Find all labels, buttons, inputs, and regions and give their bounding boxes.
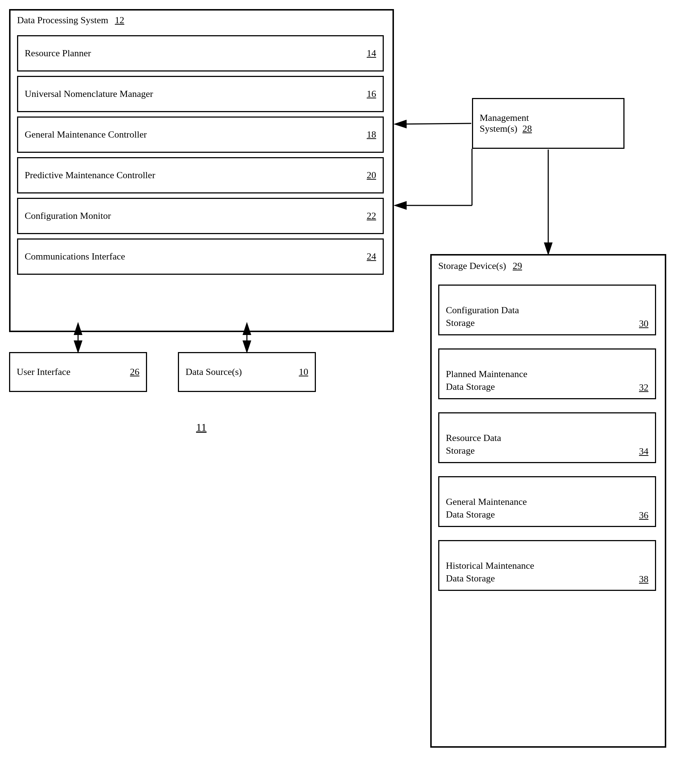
dps-outer-box: Data Processing System 12 Resource Plann… — [9, 9, 394, 332]
resource-storage-label: Resource DataStorage — [446, 432, 639, 457]
data-source-box: Data Source(s) 10 — [178, 352, 316, 392]
mgmt-system-label2: System(s) — [480, 123, 517, 134]
resource-storage-box: Resource DataStorage 34 — [438, 412, 656, 463]
config-monitor-num: 22 — [367, 211, 376, 221]
storage-title: Storage Device(s) 29 — [438, 261, 522, 272]
general-storage-label: General MaintenanceData Storage — [446, 495, 639, 521]
gmc-box: General Maintenance Controller 18 — [17, 117, 384, 153]
storage-label: Storage Device(s) — [438, 261, 506, 272]
ref-11: 11 — [196, 421, 207, 434]
resource-storage-num: 34 — [639, 446, 649, 457]
planned-storage-label: Planned MaintenanceData Storage — [446, 368, 639, 393]
resource-planner-label: Resource Planner — [25, 48, 91, 59]
config-storage-box: Configuration DataStorage 30 — [438, 285, 656, 335]
gmc-num: 18 — [367, 129, 376, 140]
user-interface-label: User Interface — [17, 366, 70, 378]
historical-storage-box: Historical MaintenanceData Storage 38 — [438, 540, 656, 591]
comms-interface-num: 24 — [367, 251, 376, 262]
storage-outer-box: Storage Device(s) 29 Configuration DataS… — [430, 254, 666, 748]
mgmt-system-box: Management System(s) 28 — [472, 98, 625, 149]
data-source-num: 10 — [299, 366, 308, 378]
dps-title: Data Processing System 12 — [17, 15, 124, 26]
planned-storage-box: Planned MaintenanceData Storage 32 — [438, 349, 656, 399]
dps-label: Data Processing System — [17, 15, 108, 26]
storage-num: 29 — [513, 261, 522, 272]
config-monitor-box: Configuration Monitor 22 — [17, 198, 384, 234]
config-monitor-label: Configuration Monitor — [25, 211, 111, 221]
unm-box: Universal Nomenclature Manager 16 — [17, 76, 384, 112]
diagram-root: Data Processing System 12 Resource Plann… — [0, 0, 700, 768]
comms-interface-box: Communications Interface 24 — [17, 238, 384, 275]
gmc-label: General Maintenance Controller — [25, 129, 147, 140]
historical-storage-label: Historical MaintenanceData Storage — [446, 559, 639, 585]
historical-storage-num: 38 — [639, 574, 649, 585]
config-storage-label: Configuration DataStorage — [446, 304, 639, 329]
comms-interface-label: Communications Interface — [25, 251, 125, 262]
pmc-num: 20 — [367, 170, 376, 181]
mgmt-system-num: 28 — [522, 123, 532, 134]
mgmt-system-row1: Management — [480, 112, 529, 123]
pmc-box: Predictive Maintenance Controller 20 — [17, 157, 384, 194]
dps-num: 12 — [115, 15, 124, 26]
unm-label: Universal Nomenclature Manager — [25, 88, 153, 99]
planned-storage-num: 32 — [639, 382, 649, 393]
user-interface-box: User Interface 26 — [9, 352, 147, 392]
unm-num: 16 — [367, 88, 376, 99]
general-storage-num: 36 — [639, 510, 649, 521]
arrow-mgmt-gmc — [396, 123, 471, 124]
config-storage-num: 30 — [639, 318, 649, 329]
pmc-label: Predictive Maintenance Controller — [25, 170, 155, 181]
resource-planner-num: 14 — [367, 48, 376, 59]
data-source-label: Data Source(s) — [186, 366, 242, 378]
general-storage-box: General MaintenanceData Storage 36 — [438, 476, 656, 527]
mgmt-system-label: Management — [480, 112, 529, 123]
user-interface-num: 26 — [130, 366, 139, 378]
resource-planner-box: Resource Planner 14 — [17, 35, 384, 72]
mgmt-system-row2: System(s) 28 — [480, 123, 532, 134]
